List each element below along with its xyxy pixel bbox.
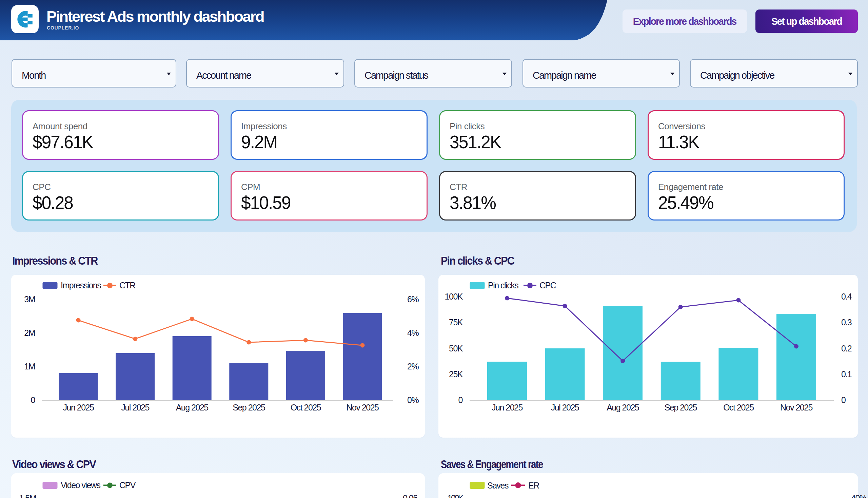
svg-text:0.1: 0.1 — [841, 369, 852, 379]
svg-text:CPV: CPV — [119, 480, 136, 490]
svg-text:0.3: 0.3 — [841, 317, 852, 327]
svg-text:0%: 0% — [407, 395, 419, 405]
svg-text:Pin clicks: Pin clicks — [488, 280, 518, 290]
svg-text:Jul 2025: Jul 2025 — [121, 403, 149, 412]
svg-text:0: 0 — [841, 395, 846, 405]
svg-text:Jun 2025: Jun 2025 — [492, 403, 522, 412]
svg-text:0: 0 — [458, 395, 463, 405]
svg-text:Sep 2025: Sep 2025 — [665, 403, 697, 412]
svg-text:40%: 40% — [851, 493, 867, 498]
svg-text:75K: 75K — [449, 317, 463, 327]
svg-text:100K: 100K — [448, 493, 464, 498]
svg-text:Video views: Video views — [61, 480, 101, 490]
svg-text:Aug 2025: Aug 2025 — [176, 403, 209, 412]
svg-text:Saves: Saves — [487, 481, 509, 490]
svg-text:6%: 6% — [407, 294, 419, 304]
svg-text:Oct 2025: Oct 2025 — [723, 403, 754, 412]
svg-text:0.4: 0.4 — [841, 292, 852, 301]
svg-text:2M: 2M — [24, 328, 35, 338]
svg-text:Aug 2025: Aug 2025 — [606, 403, 639, 412]
svg-text:ER: ER — [528, 481, 539, 490]
svg-text:Nov 2025: Nov 2025 — [780, 403, 813, 412]
svg-text:Sep 2025: Sep 2025 — [232, 403, 265, 412]
svg-text:50K: 50K — [449, 344, 463, 353]
svg-text:Nov 2025: Nov 2025 — [346, 403, 379, 412]
svg-text:0.2: 0.2 — [841, 344, 852, 353]
svg-text:4%: 4% — [407, 328, 419, 338]
svg-text:25K: 25K — [449, 369, 463, 379]
svg-text:Jun 2025: Jun 2025 — [63, 403, 94, 412]
svg-text:100K: 100K — [445, 292, 463, 301]
svg-text:0.06: 0.06 — [403, 493, 417, 498]
svg-text:2%: 2% — [407, 362, 419, 371]
svg-text:Jul 2025: Jul 2025 — [551, 403, 579, 412]
svg-text:Impressions: Impressions — [61, 280, 101, 290]
svg-text:Oct 2025: Oct 2025 — [291, 403, 321, 412]
svg-text:CPC: CPC — [539, 280, 557, 290]
svg-text:1M: 1M — [24, 362, 35, 371]
svg-text:CTR: CTR — [119, 280, 135, 290]
svg-text:3M: 3M — [24, 294, 35, 304]
svg-text:1.5M: 1.5M — [19, 493, 36, 498]
svg-text:0: 0 — [31, 395, 35, 405]
